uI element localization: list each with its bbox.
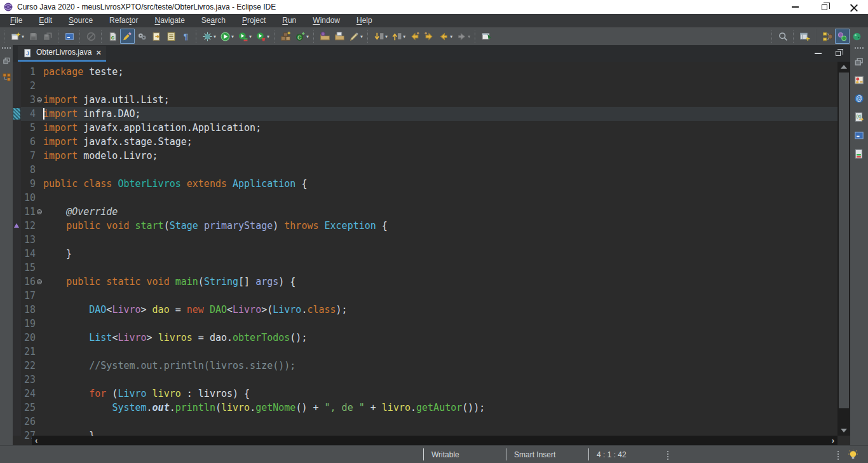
toolbar-open-type-button[interactable] — [318, 29, 332, 44]
fold-column — [36, 121, 43, 135]
fold-collapse-icon[interactable] — [37, 279, 42, 284]
toolbar-prev-annotation-button[interactable]: ▾ — [390, 29, 407, 44]
status-grip[interactable] — [667, 450, 668, 460]
javaee-perspective-icon — [851, 31, 862, 42]
menu-project[interactable]: Project — [234, 14, 274, 27]
notification-lightbulb-icon[interactable] — [848, 449, 858, 460]
toolbar-back-button[interactable]: ▾ — [437, 29, 454, 44]
code-text: DAO<Livro> dao = new DAO<Livro>(Livro.cl… — [43, 303, 837, 317]
drag-grip[interactable] — [855, 47, 864, 49]
vertical-scrollbar[interactable] — [837, 62, 850, 436]
toolbar-forward-button[interactable]: ▾ — [454, 29, 472, 44]
toolbar-open-task-button[interactable] — [149, 29, 164, 44]
fold-column — [36, 163, 43, 177]
toolbar-properties-button[interactable] — [164, 29, 179, 44]
menu-search[interactable]: Search — [193, 14, 234, 27]
toolbar-debug-button[interactable]: ▾ — [200, 29, 218, 44]
menu-edit[interactable]: Edit — [31, 14, 60, 27]
fold-column — [36, 205, 43, 219]
restore-views-button[interactable] — [853, 56, 865, 67]
coverage-view-button[interactable] — [853, 148, 865, 160]
toolbar-next-annotation-button[interactable]: ▾ — [372, 29, 390, 44]
tab-close-icon[interactable]: × — [96, 48, 101, 57]
toolbar-new-java-project-button[interactable] — [278, 29, 293, 44]
minimize-button[interactable] — [780, 0, 810, 14]
profile-icon — [255, 31, 266, 42]
fold-column — [36, 275, 43, 289]
toolbar-debug-perspective-button[interactable] — [820, 29, 835, 44]
java-perspective-icon — [837, 31, 848, 42]
toolbar-skip-breakpoints-button[interactable] — [84, 29, 98, 44]
fold-collapse-icon[interactable] — [37, 209, 42, 214]
toolbar-class-file-button[interactable]: c — [105, 29, 120, 44]
dropdown-arrow-icon[interactable]: ▾ — [267, 34, 269, 39]
dropdown-arrow-icon[interactable]: ▾ — [450, 34, 452, 39]
toolbar-format-brush-button[interactable] — [120, 29, 135, 44]
toolbar-new-wizard-button[interactable]: ▾ — [8, 29, 26, 44]
toolbar-last-edit-location-button[interactable] — [407, 29, 422, 44]
dropdown-arrow-icon[interactable]: ▾ — [403, 34, 405, 39]
menu-navigate[interactable]: Navigate — [146, 14, 193, 27]
close-button[interactable] — [839, 0, 868, 14]
toolbar-search-button[interactable] — [776, 29, 790, 44]
package-explorer-button[interactable] — [2, 73, 11, 82]
horizontal-scrollbar[interactable] — [32, 436, 837, 445]
toolbar-console-button[interactable] — [62, 29, 77, 44]
menu-run[interactable]: Run — [274, 14, 304, 27]
dropdown-arrow-icon[interactable]: ▾ — [306, 34, 309, 39]
debug-perspective-icon — [822, 31, 833, 42]
scroll-down-arrow[interactable] — [837, 425, 850, 436]
menu-refactor[interactable]: Refactor — [101, 14, 146, 27]
toolbar-pin-editor-button[interactable] — [479, 29, 494, 44]
dropdown-arrow-icon[interactable]: ▾ — [214, 34, 216, 39]
eclipse-logo-icon — [3, 2, 13, 12]
toolbar-next-edit-location-button[interactable] — [422, 29, 437, 44]
restore-views-button[interactable] — [2, 56, 11, 66]
toolbar-open-resource-button[interactable] — [332, 29, 347, 44]
toolbar-save-all-button[interactable] — [41, 29, 55, 44]
drag-grip[interactable] — [2, 47, 11, 49]
toolbar-open-perspective-button[interactable] — [797, 29, 812, 44]
scroll-up-arrow[interactable] — [837, 62, 850, 72]
toolbar-save-button[interactable] — [26, 29, 41, 44]
console-view-button[interactable] — [853, 130, 865, 141]
minimize-editor-button[interactable] — [812, 48, 824, 59]
editor-tab[interactable]: J ObterLivros.java × — [18, 46, 106, 62]
dropdown-arrow-icon[interactable]: ▾ — [231, 34, 234, 39]
code-line: 2 — [13, 79, 837, 93]
scroll-left-arrow[interactable] — [35, 436, 37, 445]
toolbar-coverage-button[interactable]: ▾ — [236, 29, 254, 44]
menu-help[interactable]: Help — [348, 14, 381, 27]
toolbar-profile-button[interactable]: ▾ — [254, 29, 271, 44]
toolbar-javaee-perspective-button[interactable] — [850, 29, 864, 44]
fold-collapse-icon[interactable] — [37, 97, 42, 102]
declaration-button[interactable]: (x) — [853, 111, 865, 123]
dropdown-arrow-icon[interactable]: ▾ — [249, 34, 252, 39]
toolbar-run-button[interactable]: ▾ — [218, 29, 236, 44]
status-grip[interactable] — [837, 450, 839, 460]
toolbar-show-whitespace-button[interactable]: ¶ — [179, 29, 193, 44]
menu-file[interactable]: File — [2, 14, 31, 27]
menu-window[interactable]: Window — [304, 14, 348, 27]
dropdown-arrow-icon[interactable]: ▾ — [385, 34, 388, 39]
task-list-button[interactable] — [853, 74, 865, 86]
restore-button[interactable] — [810, 0, 839, 14]
maximize-editor-button[interactable] — [832, 48, 844, 59]
toolbar-java-perspective-button[interactable] — [835, 29, 850, 44]
vertical-scrollbar-thumb[interactable] — [839, 73, 849, 408]
menu-source[interactable]: Source — [60, 14, 101, 27]
dropdown-arrow-icon[interactable]: ▾ — [468, 34, 470, 39]
line-number: 14 — [21, 247, 36, 261]
annotation-cell — [13, 107, 21, 121]
toolbar-new-java-class-button[interactable]: C▾ — [293, 29, 311, 44]
toolbar-search-tool-button[interactable]: ▾ — [347, 29, 365, 44]
scroll-right-arrow[interactable] — [832, 436, 834, 445]
toolbar-gears-button[interactable] — [135, 29, 149, 44]
code-editor[interactable]: 1package teste;23import java.util.List;4… — [13, 62, 850, 445]
dropdown-arrow-icon[interactable]: ▾ — [22, 34, 24, 39]
code-text — [43, 289, 837, 303]
dropdown-arrow-icon[interactable]: ▾ — [360, 34, 363, 39]
fold-column — [36, 317, 43, 331]
code-line: 8 — [13, 163, 837, 177]
javadoc-button[interactable]: @ — [853, 93, 865, 104]
